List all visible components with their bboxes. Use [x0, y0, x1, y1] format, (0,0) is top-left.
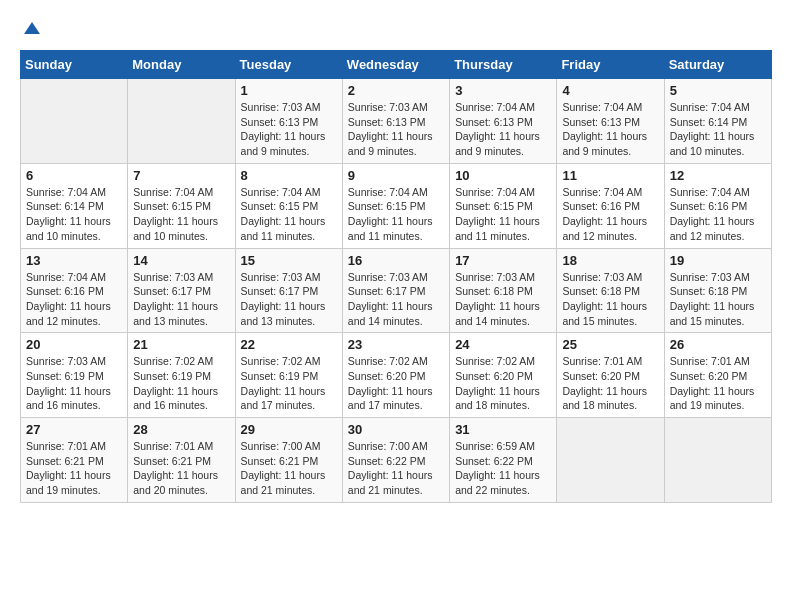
calendar-cell [21, 79, 128, 164]
day-number: 8 [241, 168, 337, 183]
calendar-header-wednesday: Wednesday [342, 51, 449, 79]
logo-icon [22, 20, 42, 40]
day-info: Sunrise: 7:04 AM Sunset: 6:15 PM Dayligh… [133, 186, 218, 242]
calendar-header-row: SundayMondayTuesdayWednesdayThursdayFrid… [21, 51, 772, 79]
calendar-cell: 2 Sunrise: 7:03 AM Sunset: 6:13 PM Dayli… [342, 79, 449, 164]
calendar-cell: 19 Sunrise: 7:03 AM Sunset: 6:18 PM Dayl… [664, 248, 771, 333]
day-number: 16 [348, 253, 444, 268]
calendar-week-row: 27 Sunrise: 7:01 AM Sunset: 6:21 PM Dayl… [21, 418, 772, 503]
day-number: 9 [348, 168, 444, 183]
calendar-header-thursday: Thursday [450, 51, 557, 79]
day-number: 29 [241, 422, 337, 437]
calendar-cell [557, 418, 664, 503]
day-number: 18 [562, 253, 658, 268]
day-info: Sunrise: 7:03 AM Sunset: 6:13 PM Dayligh… [241, 101, 326, 157]
day-number: 19 [670, 253, 766, 268]
calendar-cell: 10 Sunrise: 7:04 AM Sunset: 6:15 PM Dayl… [450, 163, 557, 248]
day-info: Sunrise: 7:03 AM Sunset: 6:17 PM Dayligh… [133, 271, 218, 327]
day-number: 4 [562, 83, 658, 98]
day-info: Sunrise: 7:03 AM Sunset: 6:17 PM Dayligh… [241, 271, 326, 327]
day-number: 3 [455, 83, 551, 98]
day-number: 2 [348, 83, 444, 98]
calendar-week-row: 13 Sunrise: 7:04 AM Sunset: 6:16 PM Dayl… [21, 248, 772, 333]
calendar-cell: 14 Sunrise: 7:03 AM Sunset: 6:17 PM Dayl… [128, 248, 235, 333]
calendar-cell [128, 79, 235, 164]
calendar-cell: 16 Sunrise: 7:03 AM Sunset: 6:17 PM Dayl… [342, 248, 449, 333]
calendar-cell: 11 Sunrise: 7:04 AM Sunset: 6:16 PM Dayl… [557, 163, 664, 248]
day-number: 10 [455, 168, 551, 183]
calendar-cell: 12 Sunrise: 7:04 AM Sunset: 6:16 PM Dayl… [664, 163, 771, 248]
day-info: Sunrise: 7:01 AM Sunset: 6:21 PM Dayligh… [133, 440, 218, 496]
day-info: Sunrise: 7:02 AM Sunset: 6:19 PM Dayligh… [133, 355, 218, 411]
day-number: 13 [26, 253, 122, 268]
page-header [20, 20, 772, 40]
day-number: 5 [670, 83, 766, 98]
calendar-cell: 17 Sunrise: 7:03 AM Sunset: 6:18 PM Dayl… [450, 248, 557, 333]
day-number: 23 [348, 337, 444, 352]
day-info: Sunrise: 7:01 AM Sunset: 6:21 PM Dayligh… [26, 440, 111, 496]
calendar-week-row: 6 Sunrise: 7:04 AM Sunset: 6:14 PM Dayli… [21, 163, 772, 248]
calendar-table: SundayMondayTuesdayWednesdayThursdayFrid… [20, 50, 772, 503]
calendar-cell: 20 Sunrise: 7:03 AM Sunset: 6:19 PM Dayl… [21, 333, 128, 418]
day-number: 1 [241, 83, 337, 98]
day-info: Sunrise: 7:04 AM Sunset: 6:14 PM Dayligh… [670, 101, 755, 157]
day-number: 11 [562, 168, 658, 183]
calendar-cell: 24 Sunrise: 7:02 AM Sunset: 6:20 PM Dayl… [450, 333, 557, 418]
calendar-header-monday: Monday [128, 51, 235, 79]
day-number: 15 [241, 253, 337, 268]
calendar-cell: 25 Sunrise: 7:01 AM Sunset: 6:20 PM Dayl… [557, 333, 664, 418]
day-number: 31 [455, 422, 551, 437]
day-info: Sunrise: 7:04 AM Sunset: 6:15 PM Dayligh… [455, 186, 540, 242]
day-number: 25 [562, 337, 658, 352]
day-number: 28 [133, 422, 229, 437]
day-info: Sunrise: 7:03 AM Sunset: 6:19 PM Dayligh… [26, 355, 111, 411]
calendar-cell: 26 Sunrise: 7:01 AM Sunset: 6:20 PM Dayl… [664, 333, 771, 418]
day-info: Sunrise: 7:04 AM Sunset: 6:15 PM Dayligh… [241, 186, 326, 242]
day-number: 14 [133, 253, 229, 268]
day-info: Sunrise: 7:03 AM Sunset: 6:13 PM Dayligh… [348, 101, 433, 157]
day-number: 20 [26, 337, 122, 352]
calendar-cell: 5 Sunrise: 7:04 AM Sunset: 6:14 PM Dayli… [664, 79, 771, 164]
calendar-cell: 6 Sunrise: 7:04 AM Sunset: 6:14 PM Dayli… [21, 163, 128, 248]
day-info: Sunrise: 7:04 AM Sunset: 6:14 PM Dayligh… [26, 186, 111, 242]
day-number: 21 [133, 337, 229, 352]
calendar-cell: 30 Sunrise: 7:00 AM Sunset: 6:22 PM Dayl… [342, 418, 449, 503]
calendar-cell: 15 Sunrise: 7:03 AM Sunset: 6:17 PM Dayl… [235, 248, 342, 333]
day-number: 24 [455, 337, 551, 352]
calendar-cell: 22 Sunrise: 7:02 AM Sunset: 6:19 PM Dayl… [235, 333, 342, 418]
day-info: Sunrise: 7:00 AM Sunset: 6:22 PM Dayligh… [348, 440, 433, 496]
calendar-cell: 28 Sunrise: 7:01 AM Sunset: 6:21 PM Dayl… [128, 418, 235, 503]
day-number: 12 [670, 168, 766, 183]
day-number: 6 [26, 168, 122, 183]
day-info: Sunrise: 7:04 AM Sunset: 6:16 PM Dayligh… [562, 186, 647, 242]
calendar-cell: 13 Sunrise: 7:04 AM Sunset: 6:16 PM Dayl… [21, 248, 128, 333]
calendar-header-saturday: Saturday [664, 51, 771, 79]
calendar-header-sunday: Sunday [21, 51, 128, 79]
day-info: Sunrise: 7:03 AM Sunset: 6:18 PM Dayligh… [455, 271, 540, 327]
calendar-week-row: 20 Sunrise: 7:03 AM Sunset: 6:19 PM Dayl… [21, 333, 772, 418]
day-info: Sunrise: 7:03 AM Sunset: 6:17 PM Dayligh… [348, 271, 433, 327]
day-number: 27 [26, 422, 122, 437]
calendar-cell [664, 418, 771, 503]
logo [20, 20, 42, 40]
day-info: Sunrise: 7:03 AM Sunset: 6:18 PM Dayligh… [562, 271, 647, 327]
day-number: 17 [455, 253, 551, 268]
calendar-cell: 4 Sunrise: 7:04 AM Sunset: 6:13 PM Dayli… [557, 79, 664, 164]
day-number: 22 [241, 337, 337, 352]
day-info: Sunrise: 7:04 AM Sunset: 6:13 PM Dayligh… [562, 101, 647, 157]
calendar-cell: 9 Sunrise: 7:04 AM Sunset: 6:15 PM Dayli… [342, 163, 449, 248]
day-info: Sunrise: 7:01 AM Sunset: 6:20 PM Dayligh… [670, 355, 755, 411]
day-info: Sunrise: 7:04 AM Sunset: 6:13 PM Dayligh… [455, 101, 540, 157]
calendar-week-row: 1 Sunrise: 7:03 AM Sunset: 6:13 PM Dayli… [21, 79, 772, 164]
day-number: 7 [133, 168, 229, 183]
day-info: Sunrise: 6:59 AM Sunset: 6:22 PM Dayligh… [455, 440, 540, 496]
day-info: Sunrise: 7:02 AM Sunset: 6:20 PM Dayligh… [348, 355, 433, 411]
calendar-header-tuesday: Tuesday [235, 51, 342, 79]
day-info: Sunrise: 7:04 AM Sunset: 6:16 PM Dayligh… [670, 186, 755, 242]
calendar-cell: 8 Sunrise: 7:04 AM Sunset: 6:15 PM Dayli… [235, 163, 342, 248]
calendar-cell: 21 Sunrise: 7:02 AM Sunset: 6:19 PM Dayl… [128, 333, 235, 418]
calendar-cell: 3 Sunrise: 7:04 AM Sunset: 6:13 PM Dayli… [450, 79, 557, 164]
day-info: Sunrise: 7:02 AM Sunset: 6:19 PM Dayligh… [241, 355, 326, 411]
calendar-cell: 23 Sunrise: 7:02 AM Sunset: 6:20 PM Dayl… [342, 333, 449, 418]
calendar-cell: 1 Sunrise: 7:03 AM Sunset: 6:13 PM Dayli… [235, 79, 342, 164]
